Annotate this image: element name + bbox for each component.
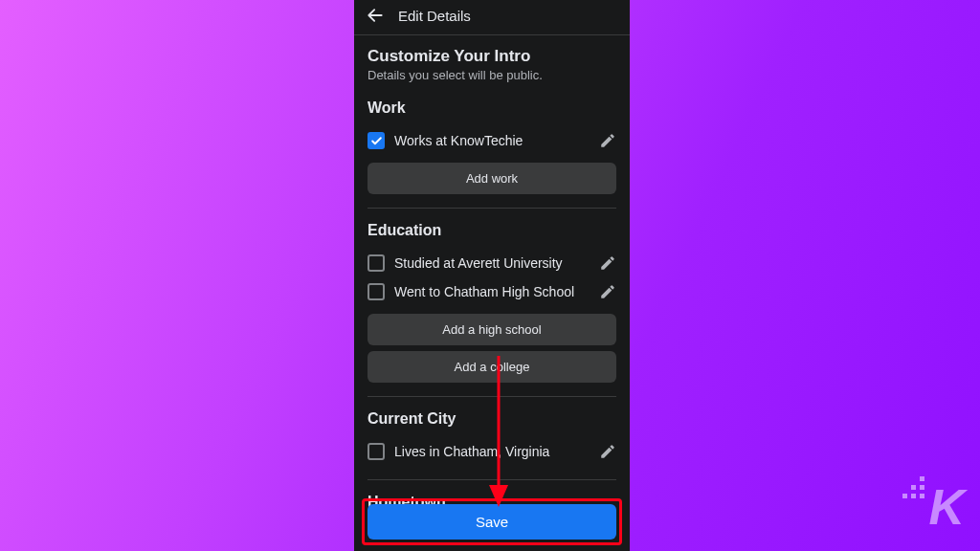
education-section-title: Education — [368, 222, 616, 239]
intro-subtitle: Details you select will be public. — [368, 68, 616, 82]
header-title: Edit Details — [398, 8, 471, 24]
pencil-icon[interactable] — [599, 283, 616, 300]
pencil-icon[interactable] — [599, 443, 616, 460]
divider — [368, 208, 616, 209]
education-item-row[interactable]: Studied at Averett University — [368, 249, 616, 277]
back-arrow-icon[interactable] — [366, 6, 385, 25]
checkbox-icon[interactable] — [368, 443, 385, 460]
phone-frame: Edit Details Customize Your Intro Detail… — [354, 0, 630, 551]
checkbox-icon[interactable] — [368, 132, 385, 149]
content-scroll[interactable]: Customize Your Intro Details you select … — [354, 35, 630, 511]
header-bar: Edit Details — [354, 0, 630, 35]
current-city-section-title: Current City — [368, 410, 616, 428]
pencil-icon[interactable] — [599, 132, 616, 149]
divider — [368, 479, 616, 480]
add-high-school-button[interactable]: Add a high school — [368, 314, 616, 345]
watermark-dots-icon — [902, 476, 924, 498]
work-item-row[interactable]: Works at KnowTechie — [368, 126, 616, 155]
divider — [368, 396, 616, 397]
add-college-button[interactable]: Add a college — [368, 351, 616, 383]
add-work-button[interactable]: Add work — [368, 163, 616, 194]
work-item-label: Works at KnowTechie — [394, 133, 590, 148]
education-item-label: Studied at Averett University — [394, 255, 590, 271]
education-item-row[interactable]: Went to Chatham High School — [368, 277, 616, 306]
intro-title: Customize Your Intro — [368, 47, 616, 66]
checkbox-icon[interactable] — [368, 283, 385, 300]
current-city-item-label: Lives in Chatham, Virginia — [394, 444, 590, 459]
brand-watermark: K — [928, 478, 963, 536]
save-highlight-annotation: Save — [362, 498, 622, 545]
current-city-item-row[interactable]: Lives in Chatham, Virginia — [368, 437, 616, 466]
watermark-letter: K — [928, 479, 963, 535]
education-item-label: Went to Chatham High School — [394, 284, 590, 299]
pencil-icon[interactable] — [599, 254, 616, 272]
work-section-title: Work — [368, 99, 616, 117]
save-button[interactable]: Save — [368, 504, 616, 540]
checkbox-icon[interactable] — [368, 254, 385, 272]
